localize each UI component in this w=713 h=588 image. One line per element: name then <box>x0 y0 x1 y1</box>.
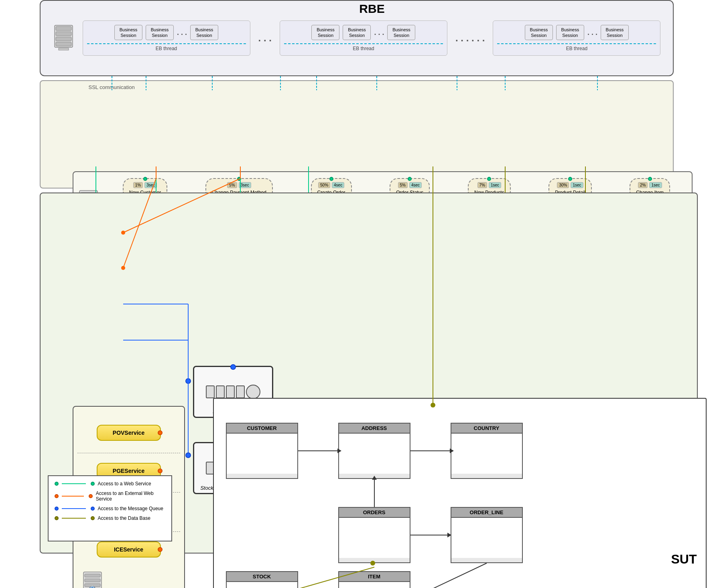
legend-web-service-label: Access to a Web Service <box>98 481 151 487</box>
svg-line-40 <box>410 563 487 588</box>
legend-mq-label: Access to the Message Queue <box>98 506 163 511</box>
business-session: BusinessSession <box>311 25 339 41</box>
vendor-server-icon <box>81 570 104 588</box>
ssl-zone: SSL communication <box>40 80 674 189</box>
eb-thread-3: BusinessSession BusinessSession . . . Bu… <box>493 20 660 56</box>
legend-ext-web: Access to an External Web Service <box>55 491 165 502</box>
legend-web-service: Access to a Web Service <box>55 481 165 487</box>
legend-db-label: Access to the Data Base <box>98 515 150 521</box>
business-session: BusinessSession <box>146 25 174 41</box>
svg-rect-4 <box>56 42 71 46</box>
business-session: BusinessSession <box>525 25 553 41</box>
pge-connector <box>158 468 163 473</box>
eb-thread-label: EB thread <box>284 43 443 51</box>
legend-box: Access to a Web Service Access to an Ext… <box>48 475 172 541</box>
sut-title: SUT <box>671 552 697 567</box>
ssl-label: SSL communication <box>89 84 135 90</box>
legend-db: Access to the Data Base <box>55 515 165 521</box>
db-table-orders: ORDERS <box>338 507 410 563</box>
address-header: ADDRESS <box>339 424 410 434</box>
item-header: ITEM <box>339 572 410 582</box>
business-session: BusinessSession <box>114 25 142 41</box>
business-session: BusinessSession <box>190 25 218 41</box>
svg-rect-15 <box>85 574 100 577</box>
eb-thread-label: EB thread <box>497 43 656 51</box>
svg-rect-1 <box>56 26 71 30</box>
stock-header: STOCK <box>227 572 297 582</box>
order-line-header: ORDER_LINE <box>451 508 522 518</box>
svg-rect-3 <box>56 37 71 41</box>
db-table-country: COUNTRY <box>451 423 523 479</box>
db-table-stock: STOCK <box>226 571 298 588</box>
svg-rect-2 <box>56 32 71 36</box>
eb-thread-2: BusinessSession BusinessSession . . . Bu… <box>280 20 447 56</box>
customer-header: CUSTOMER <box>227 424 297 434</box>
country-header: COUNTRY <box>451 424 522 434</box>
rbe-server-icon <box>53 23 75 53</box>
business-session: BusinessSession <box>343 25 371 41</box>
pov-connector <box>158 430 163 435</box>
diagram-area: RBE BusinessSession BusinessSession <box>16 0 698 554</box>
db-table-order-line: ORDER_LINE <box>451 507 523 563</box>
svg-rect-16 <box>85 579 100 582</box>
svg-rect-5 <box>59 48 69 50</box>
pov-service: POVService <box>97 425 161 441</box>
db-table-item: ITEM <box>338 571 410 588</box>
orders-header: ORDERS <box>339 508 410 518</box>
business-session: BusinessSession <box>556 25 584 41</box>
ice-connector <box>158 547 163 552</box>
db-area: CUSTOMER ADDRESS COUNTRY ORDERS ORDER_LI… <box>213 398 707 588</box>
business-session: BusinessSession <box>387 25 415 41</box>
ice-service: ICEService <box>97 541 161 558</box>
legend-ext-web-label: Access to an External Web Service <box>96 491 165 502</box>
rbe-box: BusinessSession BusinessSession . . . Bu… <box>40 0 674 76</box>
db-table-customer: CUSTOMER <box>226 423 298 479</box>
legend-mq: Access to the Message Queue <box>55 506 165 511</box>
eb-thread-label: EB thread <box>87 43 246 51</box>
db-table-address: ADDRESS <box>338 423 410 479</box>
eb-thread-1: BusinessSession BusinessSession . . . Bu… <box>83 20 250 56</box>
business-session: BusinessSession <box>601 25 629 41</box>
